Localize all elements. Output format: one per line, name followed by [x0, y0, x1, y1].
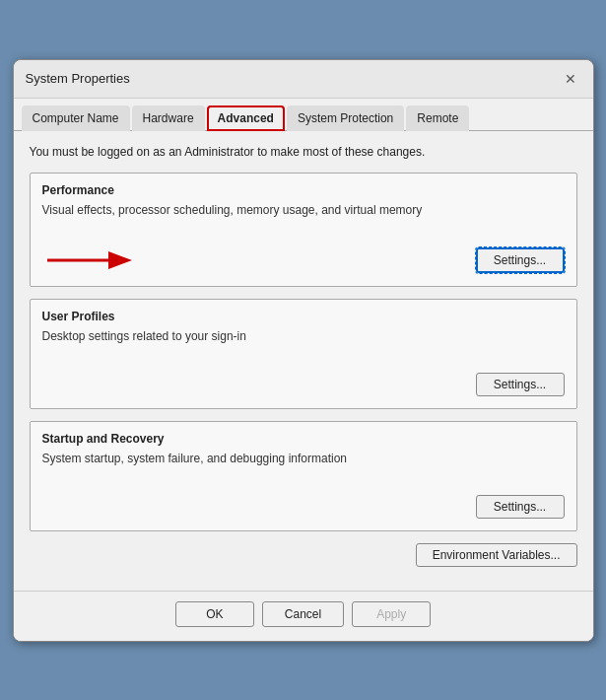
arrow-container — [42, 246, 466, 274]
tab-content: You must be logged on as an Administrato… — [14, 131, 593, 591]
user-profiles-section: User Profiles Desktop settings related t… — [30, 299, 577, 409]
tab-system-protection[interactable]: System Protection — [287, 105, 404, 131]
dialog-footer: OK Cancel Apply — [14, 591, 593, 641]
system-properties-dialog: System Properties ✕ Computer Name Hardwa… — [13, 59, 594, 642]
apply-button[interactable]: Apply — [352, 601, 431, 627]
close-button[interactable]: ✕ — [560, 68, 581, 90]
startup-recovery-button-row: Settings... — [42, 495, 565, 519]
cancel-button[interactable]: Cancel — [262, 601, 344, 627]
admin-note: You must be logged on as an Administrato… — [30, 145, 577, 159]
performance-title: Performance — [42, 183, 565, 197]
user-profiles-button-row: Settings... — [42, 373, 565, 396]
tab-computer-name[interactable]: Computer Name — [22, 105, 130, 131]
user-profiles-title: User Profiles — [42, 310, 565, 323]
performance-description: Visual effects, processor scheduling, me… — [42, 203, 565, 217]
env-variables-row: Environment Variables... — [30, 543, 577, 567]
tab-bar: Computer Name Hardware Advanced System P… — [14, 99, 593, 131]
startup-recovery-title: Startup and Recovery — [42, 432, 565, 446]
tab-advanced[interactable]: Advanced — [207, 105, 285, 131]
environment-variables-button[interactable]: Environment Variables... — [416, 543, 577, 567]
dialog-title: System Properties — [26, 71, 130, 86]
tab-remote[interactable]: Remote — [406, 105, 469, 131]
startup-recovery-section: Startup and Recovery System startup, sys… — [30, 421, 577, 531]
arrow-icon — [42, 246, 141, 274]
performance-settings-button[interactable]: Settings... — [476, 247, 565, 273]
tab-hardware[interactable]: Hardware — [132, 105, 205, 131]
performance-button-row: Settings... — [42, 246, 565, 274]
title-bar: System Properties ✕ — [14, 60, 593, 99]
ok-button[interactable]: OK — [175, 601, 254, 627]
performance-section: Performance Visual effects, processor sc… — [30, 173, 577, 287]
user-profiles-description: Desktop settings related to your sign-in — [42, 329, 565, 343]
user-profiles-settings-button[interactable]: Settings... — [476, 373, 565, 396]
startup-recovery-description: System startup, system failure, and debu… — [42, 452, 565, 465]
startup-recovery-settings-button[interactable]: Settings... — [476, 495, 565, 519]
